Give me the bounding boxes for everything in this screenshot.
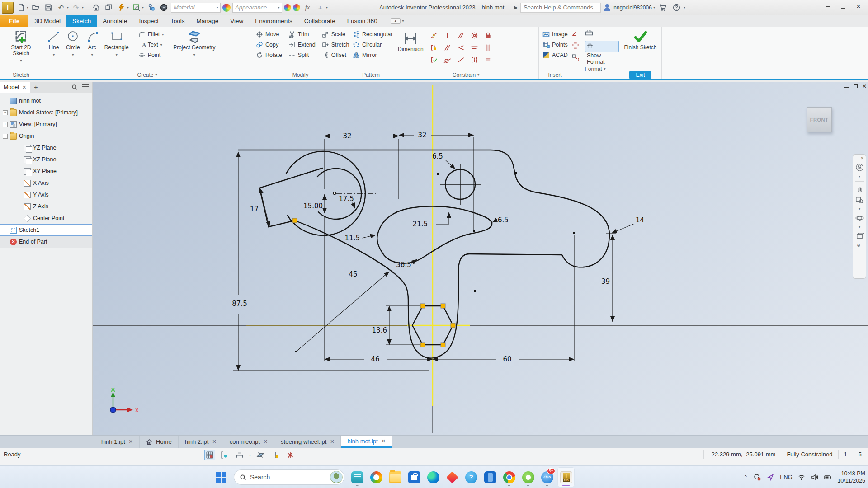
volume-icon[interactable] [811, 474, 818, 481]
browser-tab-close-icon[interactable]: ✕ [22, 84, 26, 90]
navbar-close-icon[interactable]: ✕ [860, 156, 864, 160]
concentric-constraint-button[interactable] [471, 32, 478, 41]
line-button[interactable]: Line▾ [44, 28, 63, 60]
rotate-button[interactable]: Rotate [254, 51, 284, 60]
start-2d-sketch-button[interactable]: Start 2D Sketch▾ [2, 28, 40, 66]
minimize-button[interactable] [820, 0, 835, 13]
iproperties-button[interactable] [146, 2, 156, 13]
pan-hand-icon[interactable] [855, 184, 864, 193]
taskbar-search[interactable]: Search [234, 469, 344, 485]
taskbar-app-phone[interactable] [481, 467, 499, 487]
ribbon-tab-environments[interactable]: Environments [249, 15, 298, 27]
tree-item-y-axis[interactable]: Y Axis [0, 189, 92, 201]
tree-item-z-axis[interactable]: Z Axis [0, 201, 92, 212]
extend-button[interactable]: Extend [287, 40, 317, 49]
ribbon-tab-collaborate[interactable]: Collaborate [298, 15, 341, 27]
offset-button[interactable]: Offset [320, 51, 351, 60]
ilogic-dropdown[interactable]: ▾ [127, 5, 129, 9]
copy-button[interactable]: Copy [254, 40, 284, 49]
user-dropdown[interactable]: ▾ [653, 5, 655, 9]
save-button[interactable] [43, 2, 54, 13]
tree-item-hinh-mot[interactable]: hinh mot [0, 95, 92, 107]
taskbar-app-diamond[interactable] [443, 467, 461, 487]
show-format-button[interactable]: Show Format [585, 52, 619, 66]
panel-label-format[interactable]: Format [585, 66, 602, 72]
ribbon-tab-inspect[interactable]: Inspect [133, 15, 165, 27]
construction-format-icon[interactable] [571, 29, 584, 39]
appearance-combo[interactable]: Appearance▾ [232, 3, 282, 13]
navbar-more-icon[interactable]: ⊖ [857, 243, 860, 248]
driven-dimension-icon[interactable] [585, 29, 619, 39]
home-button[interactable] [90, 2, 101, 13]
smooth-constraint-button[interactable] [457, 56, 465, 65]
move-button[interactable]: Move [254, 30, 284, 39]
help-search-input[interactable] [520, 3, 601, 13]
circle-button[interactable]: Circle▾ [63, 28, 83, 60]
panel-label-pattern[interactable]: Pattern [362, 72, 380, 78]
ribbon-tab-tools[interactable]: Tools [165, 15, 191, 27]
panel-label-create[interactable]: Create [137, 72, 153, 78]
browser-tab-model[interactable]: Model✕ [0, 82, 30, 93]
browser-search-icon[interactable] [71, 84, 78, 90]
constraint-inference-toggle[interactable] [219, 450, 230, 460]
panel-label-modify[interactable]: Modify [292, 72, 308, 78]
fillet-button[interactable]: Fillet▾ [137, 30, 165, 39]
doc-tab-close-icon[interactable]: ✕ [264, 439, 268, 445]
tree-item-x-axis[interactable]: X Axis [0, 177, 92, 189]
panel-label-exit[interactable]: Exit [629, 71, 651, 79]
ribbon-appearance-button[interactable]: ▲ [391, 18, 401, 24]
taskbar-app-zalo[interactable]: 5+ [538, 467, 556, 487]
dimension-texts[interactable]: 32 32 6.5 17.5 15.00 17 11.5 21.5 6.5 36… [232, 131, 644, 363]
doc-tab-hinh-2-ipt[interactable]: hinh 2.ipt✕ [179, 436, 223, 448]
tangent-constraint-button[interactable] [443, 56, 451, 65]
wifi-icon[interactable] [798, 474, 805, 481]
adjust-color-icon[interactable] [284, 4, 291, 11]
open-button[interactable] [30, 2, 41, 13]
split-button[interactable]: Split [287, 51, 317, 60]
dimension-button[interactable]: Dimension [395, 28, 426, 54]
panel-label-insert[interactable]: Insert [548, 72, 561, 78]
doc-close-button[interactable]: ✕ [862, 83, 867, 89]
points-button[interactable]: Points [541, 40, 570, 49]
qat-customize-dropdown[interactable]: ▾ [326, 5, 328, 9]
inventor-logo-icon[interactable]: I [2, 2, 14, 14]
taskbar-app-coccoc[interactable] [519, 467, 537, 487]
dof-red-toggle[interactable] [285, 450, 296, 460]
battery-icon[interactable] [824, 474, 831, 481]
tree-expander[interactable]: + [3, 110, 8, 115]
clear-overrides-icon[interactable] [293, 4, 300, 11]
horizontal-constraint-button[interactable] [471, 44, 478, 53]
undo-dropdown[interactable]: ▾ [67, 5, 69, 9]
ribbon-tab-manage[interactable]: Manage [190, 15, 224, 27]
taskbar-app-chrome[interactable] [500, 467, 518, 487]
taskbar-app-explorer[interactable] [387, 467, 404, 487]
redo-button[interactable]: ↷ [71, 2, 81, 13]
image-button[interactable]: Image [541, 30, 570, 39]
language-indicator[interactable]: ENG [780, 474, 792, 480]
ribbon-tab-file[interactable]: File [0, 15, 28, 27]
view-cube[interactable]: FRONT [807, 107, 832, 132]
taskbar-app-help[interactable] [462, 467, 480, 487]
parallel-constraint-button[interactable] [443, 44, 451, 53]
equal-constraint-button[interactable] [484, 56, 492, 65]
arc-button[interactable]: Arc▾ [83, 28, 102, 60]
doc-tab-close-icon[interactable]: ✕ [330, 439, 334, 445]
doc-tab-home[interactable]: Home [140, 436, 179, 448]
trim-button[interactable]: Trim [287, 30, 317, 39]
browser-add-tab-button[interactable]: + [30, 84, 41, 91]
start-button[interactable] [212, 467, 230, 487]
part-outline[interactable] [238, 150, 609, 358]
dimensions[interactable] [233, 135, 634, 371]
clock[interactable]: 10:48 PM 10/11/2025 [837, 470, 865, 484]
vertical-constraint-button[interactable] [484, 44, 492, 53]
dimension-display-toggle[interactable] [234, 450, 245, 460]
doc-tab-close-icon[interactable]: ✕ [382, 438, 386, 444]
undo-button[interactable]: ↶ [56, 2, 66, 13]
audio-device-icon[interactable] [754, 474, 761, 481]
measure-button[interactable] [131, 2, 142, 13]
location-icon[interactable] [767, 474, 774, 481]
taskbar-app-copilot[interactable] [368, 467, 385, 487]
symmetric-constraint-button[interactable] [471, 56, 478, 65]
search-highlight-image[interactable] [330, 471, 343, 483]
help-icon[interactable] [671, 2, 682, 13]
